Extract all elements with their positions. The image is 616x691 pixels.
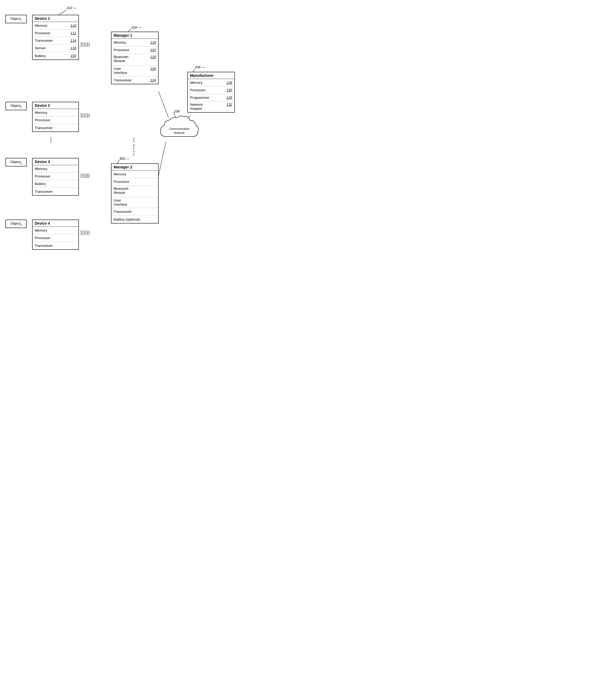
ellipsis-devices: ⋮ bbox=[48, 137, 54, 143]
manufacturer-title: Manufacturer bbox=[188, 72, 234, 79]
manager1-row-processor: Processor 120 bbox=[112, 46, 158, 54]
callout-106: 106 — bbox=[195, 65, 205, 69]
ellipsis-managers-3: ⋮ bbox=[131, 150, 136, 156]
manager2-row-ui: UserInterface bbox=[112, 197, 158, 208]
device3-row-processor: Processor bbox=[32, 173, 79, 180]
device3-row-transceiver: Transceiver bbox=[32, 188, 79, 195]
object1-label: Object1 bbox=[5, 15, 27, 23]
manufacturer-row-network: NetworkAdapter 132 bbox=[188, 102, 234, 112]
svg-text:Network: Network bbox=[174, 131, 185, 134]
device2-row-transceiver: Transceiver bbox=[32, 124, 79, 131]
manager2-row-battery: Battery (optional) bbox=[112, 215, 158, 223]
ellipsis-managers-2: ⋮ bbox=[131, 143, 136, 150]
device3-box: Device 3 Memory Processor Battery Transc… bbox=[32, 158, 79, 196]
device1-row-processor: Processor 112 bbox=[32, 29, 79, 37]
device1-row-memory: Memory 110 bbox=[32, 22, 79, 29]
manager1-row-ui: UserInterface 126 bbox=[112, 66, 158, 76]
wireless-4: )))))) bbox=[80, 230, 90, 235]
manager1-row-bluetooth: BluetoothModule 125 bbox=[112, 54, 158, 66]
device3-row-memory: Memory bbox=[32, 165, 79, 173]
device1-title: Device 1 bbox=[32, 15, 79, 22]
network-cloud: Communication Network bbox=[158, 115, 201, 146]
manufacturer-row-programmer: Programmer 125 bbox=[188, 94, 234, 102]
device4-box: Device 4 Memory Processor Transceiver bbox=[32, 219, 79, 250]
manager1-box: Manager 1 Memory 118 Processor 120 Bluet… bbox=[111, 32, 159, 84]
device3-row-battery: Battery bbox=[32, 180, 79, 188]
manufacturer-row-memory: Memory 128 bbox=[188, 79, 234, 86]
manager1-title: Manager 1 bbox=[112, 32, 158, 39]
device1-row-sensor: Sensor 116 bbox=[32, 44, 79, 52]
diagram: 102 — Object1 Device 1 Memory 110 Proces… bbox=[0, 0, 241, 273]
svg-line-4 bbox=[158, 91, 169, 118]
wireless-1: )))))) bbox=[80, 42, 90, 47]
device4-title: Device 4 bbox=[32, 220, 79, 227]
callout-300: 300 — bbox=[119, 156, 129, 161]
manager2-box: Manager 2 Memory Processor BluetoothModu… bbox=[111, 163, 159, 224]
manager1-row-memory: Memory 118 bbox=[112, 39, 158, 46]
device4-row-transceiver: Transceiver bbox=[32, 242, 79, 249]
svg-line-0 bbox=[59, 10, 66, 15]
callout-102: 102 — bbox=[66, 6, 76, 10]
manufacturer-row-processor: Processor 130 bbox=[188, 86, 234, 94]
manager2-row-transceiver: Transceiver bbox=[112, 208, 158, 215]
device1-row-transceiver: Transceiver 114 bbox=[32, 37, 79, 44]
svg-text:Communication: Communication bbox=[169, 127, 190, 130]
object4-label: Object4 bbox=[5, 219, 27, 228]
device1-box: Device 1 Memory 110 Processor 112 Transc… bbox=[32, 15, 79, 60]
manager1-row-transceiver: Transceiver 124 bbox=[112, 76, 158, 84]
device2-box: Device 2 Memory Processor Transceiver bbox=[32, 102, 79, 132]
device2-row-memory: Memory bbox=[32, 109, 79, 117]
manufacturer-box: Manufacturer Memory 128 Processor 130 Pr… bbox=[187, 72, 235, 113]
device1-row-battery: Battery 150 bbox=[32, 52, 79, 59]
callout-108: 108 bbox=[174, 109, 180, 113]
device3-title: Device 3 bbox=[32, 159, 79, 165]
wireless-3: )))))) bbox=[80, 173, 90, 178]
device2-row-processor: Processor bbox=[32, 117, 79, 124]
wireless-2: )))))) bbox=[80, 112, 90, 118]
device4-row-processor: Processor bbox=[32, 234, 79, 242]
device2-title: Device 2 bbox=[32, 102, 79, 109]
device4-row-memory: Memory bbox=[32, 227, 79, 234]
object2-label: Object2 bbox=[5, 102, 27, 110]
manager2-title: Manager 2 bbox=[112, 164, 158, 170]
manager2-row-memory: Memory bbox=[112, 170, 158, 178]
callout-104: 104 — bbox=[131, 25, 141, 29]
object3-label: Object3 bbox=[5, 158, 27, 167]
manager2-row-bluetooth: BluetoothModule bbox=[112, 186, 158, 197]
manager2-row-processor: Processor bbox=[112, 178, 158, 186]
ellipsis-managers: ⋮ bbox=[131, 137, 137, 143]
